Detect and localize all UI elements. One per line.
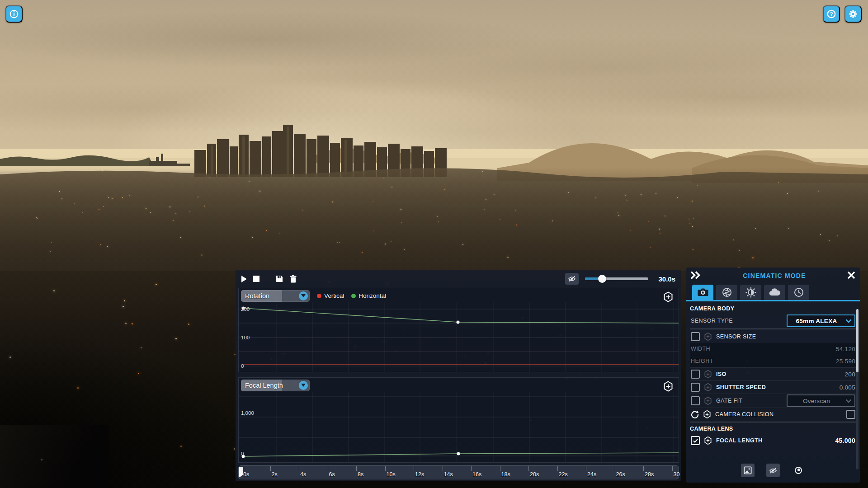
save-button[interactable]: [276, 275, 283, 282]
screenshot-button[interactable]: [741, 464, 755, 477]
gate-fit-label: GATE FIT: [716, 398, 743, 404]
iso-checkbox[interactable]: [691, 370, 700, 379]
ruler-tick-label: 14s: [444, 471, 453, 478]
height-value: 25.590: [836, 358, 855, 365]
eye-off-icon: [769, 467, 777, 474]
ruler-tick-label: 0s: [243, 471, 249, 478]
keyframe-hexagon-icon: [703, 332, 712, 341]
record-button[interactable]: [792, 464, 805, 477]
delete-button[interactable]: [290, 275, 297, 283]
svg-text:0: 0: [241, 363, 244, 369]
rotation-property-dropdown[interactable]: Rotation: [241, 290, 310, 302]
scrollbar-thumb[interactable]: [856, 309, 859, 372]
gate-fit-dropdown[interactable]: Overscan: [787, 394, 855, 407]
reset-button[interactable]: [691, 410, 699, 418]
info-icon: [9, 9, 19, 19]
playback-speed-slider[interactable]: [585, 274, 648, 283]
rotation-graph-plot[interactable]: 2001000: [239, 302, 679, 372]
chevron-down-icon: [299, 291, 308, 300]
shutter-speed-checkbox[interactable]: [691, 383, 700, 392]
ruler-tick-label: 18s: [501, 471, 510, 478]
tab-camera-body[interactable]: [692, 285, 713, 300]
ruler-tick: [270, 466, 271, 471]
hexagon-plus-icon: [663, 381, 673, 392]
panel-scrollbar[interactable]: [856, 309, 859, 469]
section-title-camera-body: CAMERA BODY: [690, 303, 856, 314]
ruler-tick: [615, 466, 615, 471]
ruler-tick: [356, 466, 357, 471]
tab-exposure[interactable]: [740, 285, 761, 300]
hexagon-plus-icon: [663, 291, 673, 302]
collapse-panel-button[interactable]: [686, 271, 702, 281]
ruler-tick: [385, 466, 386, 471]
tab-weather[interactable]: [764, 285, 785, 300]
reset-icon: [691, 410, 699, 418]
focal-graph-header: Focal Length: [241, 379, 676, 391]
clock-icon: [794, 287, 804, 297]
sensor-width-row: WIDTH 54.120: [690, 343, 856, 355]
keyframe-hexagon-icon: [703, 410, 712, 419]
time-ruler[interactable]: 0s2s4s6s8s10s12s14s16s18s20s22s24s26s28s…: [238, 465, 679, 479]
ruler-tick-label: 8s: [358, 471, 363, 478]
width-value: 54.120: [836, 346, 855, 352]
sensor-type-row: SENSOR TYPE 65mm ALEXA: [690, 314, 856, 328]
ruler-tick: [443, 466, 443, 471]
gate-fit-checkbox[interactable]: [691, 396, 700, 405]
add-keyframe-button[interactable]: [663, 291, 673, 304]
panel-header: CINEMATIC MODE: [686, 267, 860, 284]
settings-button[interactable]: [844, 5, 862, 23]
focal-length-value: 45.000: [835, 437, 855, 444]
timeline-toolbar: 30.0s: [236, 270, 681, 288]
iso-label: ISO: [716, 371, 726, 377]
help-button[interactable]: ?: [823, 5, 840, 23]
ruler-tick: [299, 466, 299, 471]
focal-graph-plot[interactable]: 1,0000: [239, 392, 679, 462]
keyframe-hexagon-icon: [703, 436, 712, 445]
ruler-tick-label: 22s: [559, 471, 568, 478]
keyframe-hexagon-icon: [703, 370, 712, 379]
ruler-tick-label: 16s: [472, 471, 481, 478]
ruler-tick-label: 26s: [616, 471, 625, 478]
focal-length-checkbox[interactable]: [691, 436, 700, 445]
tab-aperture[interactable]: [716, 285, 737, 300]
info-button[interactable]: [5, 5, 23, 23]
svg-text:200: 200: [241, 306, 250, 312]
play-button[interactable]: [241, 276, 247, 282]
timeline-duration: 30.0s: [654, 275, 675, 283]
camera-settings-body: CAMERA BODY SENSOR TYPE 65mm ALEXA SENSO…: [690, 303, 856, 483]
focal-property-dropdown[interactable]: Focal Length: [241, 380, 310, 391]
close-panel-button[interactable]: [847, 271, 860, 281]
eye-off-icon: [568, 276, 576, 282]
playhead-marker[interactable]: [239, 467, 243, 477]
sensor-size-label: SENSOR SIZE: [716, 333, 756, 340]
stop-button[interactable]: [253, 276, 259, 282]
rotation-legend: Vertical Horizontal: [317, 292, 386, 299]
ruler-tick: [414, 466, 414, 471]
chevron-down-icon: [845, 319, 852, 323]
trash-icon: [290, 275, 297, 283]
save-icon: [276, 275, 283, 282]
focal-length-row: FOCAL LENGTH 45.000: [690, 434, 856, 447]
focal-length-graph-section: Focal Length 1,0000: [238, 377, 679, 463]
width-label: WIDTH: [691, 346, 710, 352]
hide-ui-button[interactable]: [766, 464, 780, 477]
toggle-ui-visibility-button[interactable]: [565, 273, 579, 285]
ruler-tick-label: 6s: [329, 471, 335, 478]
ruler-tick-label: 4s: [300, 471, 306, 478]
add-keyframe-button[interactable]: [663, 381, 673, 393]
gear-icon: [848, 8, 858, 20]
camera-collision-checkbox[interactable]: [846, 410, 855, 419]
tab-time[interactable]: [788, 285, 809, 300]
slider-knob[interactable]: [598, 275, 606, 283]
ruler-tick-label: 28s: [645, 471, 654, 478]
camera-icon: [698, 288, 708, 297]
focal-length-label: FOCAL LENGTH: [716, 437, 762, 444]
ruler-tick-label: 20s: [530, 471, 539, 478]
sensor-type-dropdown[interactable]: 65mm ALEXA: [787, 314, 855, 327]
active-tab-underline: [686, 300, 860, 301]
divider: [690, 422, 856, 422]
chevron-down-icon: [845, 399, 852, 403]
sensor-size-checkbox[interactable]: [691, 332, 700, 341]
ruler-tick: [528, 466, 529, 471]
cinematic-mode-panel: CINEMATIC MODE: [686, 267, 860, 483]
